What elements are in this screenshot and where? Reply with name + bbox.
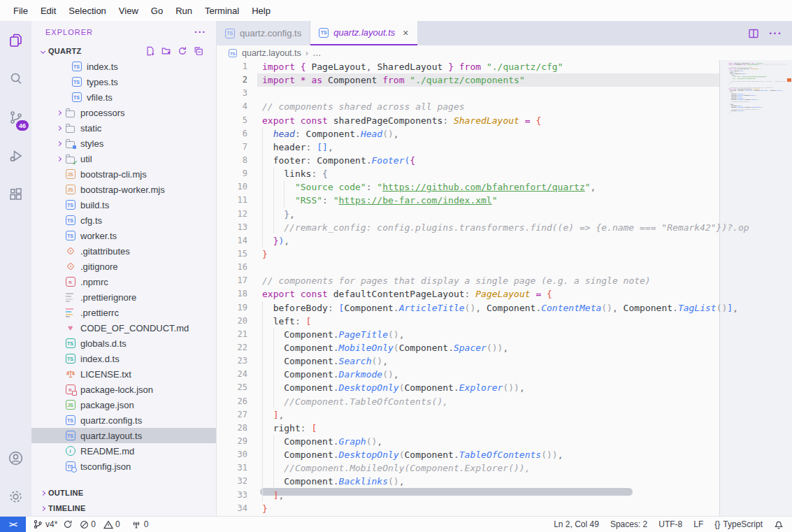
tree-item-static[interactable]: static <box>31 120 216 136</box>
code-line-14[interactable]: 14}), <box>217 234 792 247</box>
tree-item-.gitattributes[interactable]: .gitattributes <box>31 243 216 259</box>
tree-item-index.d.ts[interactable]: TSindex.d.ts <box>31 351 216 366</box>
new-file-icon[interactable] <box>145 46 155 56</box>
collapse-all-icon[interactable] <box>194 46 203 56</box>
tree-item-quartz.layout.ts[interactable]: TSquartz.layout.ts <box>31 428 216 443</box>
code-line-22[interactable]: 22Component.MobileOnly(Component.Spacer(… <box>217 341 792 354</box>
tree-item-tsconfig.json[interactable]: TStsconfig.json <box>31 459 216 474</box>
code-line-20[interactable]: 20left: [ <box>217 315 792 328</box>
tree-item-globals.d.ts[interactable]: TSglobals.d.ts <box>31 336 216 351</box>
sync-icon[interactable] <box>63 519 73 529</box>
tree-item-.prettierrc[interactable]: .prettierrc <box>31 305 216 320</box>
code-line-27[interactable]: 27], <box>217 408 792 422</box>
code-line-6[interactable]: 6head: Component.Head(), <box>217 127 792 141</box>
code-line-34[interactable]: 34} <box>217 502 792 515</box>
code-line-17[interactable]: 17// components for pages that display a… <box>217 274 792 287</box>
tree-item-processors[interactable]: processors <box>31 105 216 120</box>
tree-item-.gitignore[interactable]: .gitignore <box>31 259 216 274</box>
editor-tab-quartz.config.ts[interactable]: TSquartz.config.ts <box>217 21 310 45</box>
code-line-11[interactable]: 11"RSS": "https://be-far.com/index.xml" <box>217 194 792 207</box>
code-line-25[interactable]: 25Component.DesktopOnly(Component.Explor… <box>217 381 792 394</box>
close-tab-icon[interactable]: × <box>403 27 408 38</box>
explorer-more-actions[interactable]: ··· <box>194 27 206 38</box>
code-line-32[interactable]: 32Component.Backlinks(), <box>217 475 792 488</box>
tree-item-.npmrc[interactable]: n.npmrc <box>31 274 216 289</box>
refresh-icon[interactable] <box>178 46 187 56</box>
code-line-4[interactable]: 4// components shared across all pages <box>217 100 792 113</box>
tree-item-LICENSE.txt[interactable]: LICENSE.txt <box>31 366 216 382</box>
tree-item-.prettierignore[interactable]: .prettierignore <box>31 289 216 305</box>
code-line-2[interactable]: 2import * as Component from "./quartz/co… <box>217 73 792 87</box>
branch-status[interactable]: v4* <box>33 519 73 529</box>
horizontal-scrollbar[interactable] <box>260 488 633 496</box>
code-line-30[interactable]: 30Component.DesktopOnly(Component.TableO… <box>217 448 792 461</box>
code-line-5[interactable]: 5export const sharedPageComponents: Shar… <box>217 114 792 127</box>
menu-item-edit[interactable]: Edit <box>34 0 62 21</box>
chevron-right-icon[interactable] <box>53 111 64 115</box>
menu-item-view[interactable]: View <box>113 0 145 21</box>
tree-item-types.ts[interactable]: TStypes.ts <box>31 74 216 89</box>
remote-indicator[interactable]: >< <box>0 517 26 532</box>
tree-item-worker.ts[interactable]: TSworker.ts <box>31 228 216 243</box>
extensions-activity-button[interactable] <box>0 175 31 213</box>
code-line-8[interactable]: 8footer: Component.Footer({ <box>217 154 792 167</box>
encoding[interactable]: UTF-8 <box>658 519 682 529</box>
problems-status[interactable]: 0 0 <box>80 519 120 529</box>
code-line-12[interactable]: 12}, <box>217 208 792 221</box>
tree-item-bootstrap-cli.mjs[interactable]: JSbootstrap-cli.mjs <box>31 166 216 182</box>
menu-item-go[interactable]: Go <box>145 0 169 21</box>
code-line-23[interactable]: 23Component.Search(), <box>217 354 792 368</box>
editor-more-actions[interactable]: ··· <box>769 27 782 40</box>
cursor-position[interactable]: Ln 2, Col 49 <box>554 519 599 529</box>
chevron-right-icon[interactable] <box>53 142 64 145</box>
code-line-15[interactable]: 15} <box>217 247 792 261</box>
source-control-activity-button[interactable]: 46 <box>0 98 31 136</box>
workspace-section-header[interactable]: QUARTZ <box>31 43 216 59</box>
tree-item-bootstrap-worker.mjs[interactable]: JSbootstrap-worker.mjs <box>31 182 216 197</box>
code-line-26[interactable]: 26//Component.TableOfContents(), <box>217 395 792 408</box>
menu-item-file[interactable]: File <box>7 0 34 21</box>
tree-item-CODE_OF_CONDUCT.md[interactable]: ♥CODE_OF_CONDUCT.md <box>31 320 216 336</box>
code-line-1[interactable]: 1import { PageLayout, SharedLayout } fro… <box>217 60 792 73</box>
tree-item-package-lock.json[interactable]: npackage-lock.json <box>31 382 216 397</box>
code-line-31[interactable]: 31//Component.MobileOnly(Component.Explo… <box>217 461 792 475</box>
chevron-right-icon[interactable] <box>53 157 64 161</box>
tree-item-package.json[interactable]: JSpackage.json <box>31 397 216 412</box>
code-line-7[interactable]: 7header: [], <box>217 141 792 154</box>
accounts-button[interactable] <box>0 439 31 477</box>
indentation[interactable]: Spaces: 2 <box>610 519 647 529</box>
tree-item-README.md[interactable]: iREADME.md <box>31 443 216 459</box>
code-line-24[interactable]: 24Component.Darkmode(), <box>217 368 792 381</box>
breadcrumb-file[interactable]: quartz.layout.ts <box>242 48 301 58</box>
code-line-18[interactable]: 18export const defaultContentPageLayout:… <box>217 287 792 301</box>
tree-item-index.ts[interactable]: TSindex.ts <box>31 59 216 74</box>
menu-item-terminal[interactable]: Terminal <box>199 0 245 21</box>
ports-status[interactable]: 0 <box>131 519 149 529</box>
language-mode[interactable]: {} TypeScript <box>714 519 763 529</box>
run-debug-activity-button[interactable] <box>0 136 31 175</box>
code-line-29[interactable]: 29Component.Graph(), <box>217 435 792 448</box>
notifications-bell[interactable] <box>774 519 784 529</box>
tree-item-vfile.ts[interactable]: TSvfile.ts <box>31 89 216 105</box>
split-editor-icon[interactable] <box>748 28 759 39</box>
code-line-10[interactable]: 10"Source code": "https://github.com/bfa… <box>217 180 792 194</box>
settings-button[interactable] <box>0 477 31 516</box>
explorer-activity-button[interactable] <box>0 21 31 59</box>
code-line-16[interactable]: 16 <box>217 261 792 274</box>
section-header-outline[interactable]: OUTLINE <box>31 485 216 501</box>
tree-item-build.ts[interactable]: TSbuild.ts <box>31 197 216 213</box>
section-header-timeline[interactable]: TIMELINE <box>31 501 216 516</box>
new-folder-icon[interactable] <box>161 46 171 56</box>
breadcrumb-more[interactable]: … <box>312 48 322 58</box>
search-activity-button[interactable] <box>0 59 31 98</box>
menu-item-selection[interactable]: Selection <box>62 0 112 21</box>
minimap-scrollbar-zone[interactable] <box>719 60 792 516</box>
menu-item-run[interactable]: Run <box>169 0 199 21</box>
tree-item-cfg.ts[interactable]: TScfg.ts <box>31 213 216 228</box>
code-line-28[interactable]: 28right: [ <box>217 422 792 435</box>
code-editor[interactable]: 1import { PageLayout, SharedLayout } fro… <box>217 60 792 516</box>
code-line-21[interactable]: 21Component.PageTitle(), <box>217 328 792 341</box>
editor-tab-quartz.layout.ts[interactable]: TSquartz.layout.ts× <box>310 21 417 45</box>
eol-sequence[interactable]: LF <box>693 519 703 529</box>
menu-item-help[interactable]: Help <box>245 0 277 21</box>
